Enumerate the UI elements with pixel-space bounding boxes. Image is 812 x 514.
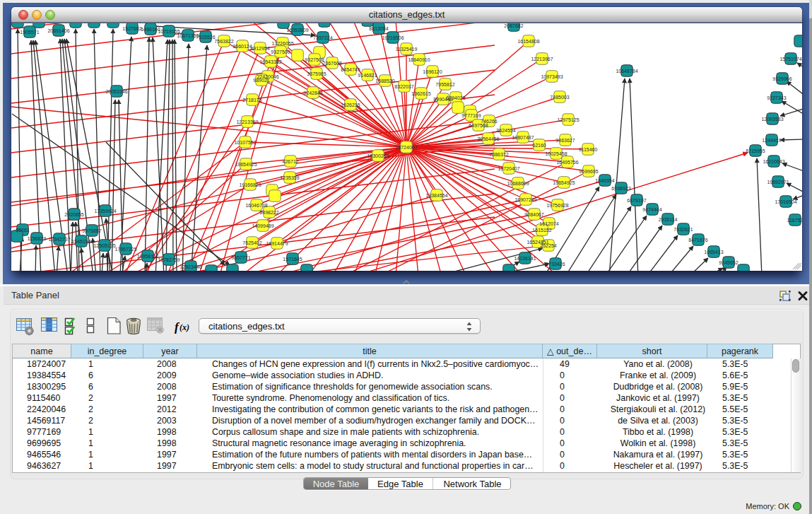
svg-text:6794028: 6794028 — [446, 95, 465, 100]
svg-text:6879197: 6879197 — [627, 198, 646, 203]
svg-text:7563822: 7563822 — [214, 39, 233, 44]
svg-text:426712: 426712 — [282, 159, 298, 164]
svg-text:12093583: 12093583 — [761, 117, 783, 122]
svg-text:15751074: 15751074 — [779, 57, 801, 62]
svg-text:16210643: 16210643 — [763, 159, 784, 164]
svg-text:5498222: 5498222 — [259, 210, 278, 215]
svg-text:10807487: 10807487 — [512, 135, 534, 140]
svg-text:1244419: 1244419 — [762, 138, 781, 143]
svg-text:19384554: 19384554 — [425, 193, 447, 198]
svg-text:12213369: 12213369 — [236, 119, 258, 124]
svg-text:62160: 62160 — [532, 143, 546, 148]
svg-text:18640910: 18640910 — [408, 57, 430, 62]
svg-text:16046738: 16046738 — [245, 203, 267, 208]
svg-text:3375985: 3375985 — [307, 71, 326, 76]
svg-text:19218506: 19218506 — [382, 35, 404, 40]
svg-text:16053809: 16053809 — [286, 28, 308, 33]
svg-text:7386372: 7386372 — [489, 152, 508, 157]
svg-text:1615152: 1615152 — [532, 228, 551, 233]
svg-text:7515526: 7515526 — [196, 35, 215, 40]
svg-text:9245652: 9245652 — [719, 260, 738, 265]
svg-text:9329966: 9329966 — [772, 76, 792, 81]
svg-text:1733426: 1733426 — [546, 262, 565, 267]
svg-text:10025458: 10025458 — [545, 151, 567, 156]
svg-text:2718176: 2718176 — [242, 98, 261, 103]
svg-text:8813054: 8813054 — [369, 26, 388, 31]
svg-text:13226055: 13226055 — [271, 41, 293, 46]
svg-text:15720407: 15720407 — [498, 166, 519, 171]
svg-text:20564456: 20564456 — [477, 136, 499, 141]
svg-text:1571645: 1571645 — [283, 257, 302, 262]
svg-text:16495756: 16495756 — [556, 160, 578, 165]
svg-text:9699695: 9699695 — [579, 169, 598, 174]
svg-text:9115460: 9115460 — [579, 147, 598, 152]
svg-text:1235359: 1235359 — [280, 175, 299, 180]
svg-text:7485003: 7485003 — [550, 95, 569, 100]
svg-text:8912954: 8912954 — [250, 46, 269, 51]
svg-text:1362615: 1362615 — [411, 91, 430, 96]
svg-text:12975125: 12975125 — [557, 117, 579, 122]
svg-text:9474444: 9474444 — [642, 207, 661, 212]
svg-text:8454749: 8454749 — [341, 67, 360, 72]
svg-text:16543382: 16543382 — [259, 59, 281, 64]
svg-text:18724007: 18724007 — [395, 145, 417, 150]
svg-text:10973493: 10973493 — [541, 74, 563, 79]
svg-text:3624554: 3624554 — [496, 128, 515, 133]
svg-text:19756928: 19756928 — [546, 203, 568, 208]
svg-text:10688609: 10688609 — [507, 181, 529, 186]
svg-text:9463627: 9463627 — [555, 138, 575, 143]
svg-text:10648784: 10648784 — [616, 69, 637, 74]
svg-text:7625402: 7625402 — [242, 240, 261, 245]
svg-text:18300295: 18300295 — [367, 153, 389, 158]
svg-text:7632621: 7632621 — [673, 227, 693, 232]
svg-text:116753: 116753 — [787, 218, 802, 223]
svg-text:1065413: 1065413 — [704, 250, 723, 255]
svg-text:9327500: 9327500 — [271, 49, 290, 54]
svg-text:2087682: 2087682 — [504, 23, 523, 28]
svg-text:16907249: 16907249 — [514, 197, 536, 202]
svg-text:19654925: 19654925 — [235, 162, 257, 167]
svg-text:7955812: 7955812 — [435, 82, 454, 87]
svg-text:8322037: 8322037 — [394, 84, 413, 89]
svg-text:252254: 252254 — [540, 243, 556, 248]
svg-text:17016504: 17016504 — [775, 199, 796, 204]
svg-text:6497568: 6497568 — [469, 123, 488, 128]
svg-text:19692971: 19692971 — [767, 180, 789, 185]
svg-text:19654925: 19654925 — [553, 180, 575, 185]
svg-text:1612074: 1612074 — [539, 221, 558, 226]
svg-text:1626215: 1626215 — [341, 103, 360, 107]
svg-text:12213967: 12213967 — [531, 57, 553, 62]
svg-text:9660124: 9660124 — [233, 44, 252, 49]
svg-text:1696120: 1696120 — [423, 69, 442, 74]
svg-text:9146821: 9146821 — [358, 73, 377, 78]
svg-text:8471676: 8471676 — [688, 238, 707, 243]
svg-text:6938923: 6938923 — [611, 186, 630, 191]
svg-text:9777169: 9777169 — [461, 113, 481, 118]
svg-text:989021: 989021 — [253, 78, 269, 83]
svg-text:9857771: 9857771 — [231, 255, 250, 260]
svg-text:9327508: 9327508 — [305, 57, 324, 62]
svg-text:7357224: 7357224 — [313, 35, 332, 40]
svg-text:9227343: 9227343 — [767, 95, 786, 100]
svg-text:16154808: 16154808 — [517, 39, 539, 44]
svg-text:9242848: 9242848 — [303, 90, 322, 95]
svg-text:2367608: 2367608 — [322, 61, 341, 66]
svg-text:10107552: 10107552 — [234, 140, 256, 145]
svg-text:(x): (x) — [180, 322, 189, 332]
svg-text:2935114: 2935114 — [659, 217, 678, 222]
svg-text:1588520: 1588520 — [375, 78, 394, 83]
svg-text:14099489: 14099489 — [252, 223, 273, 228]
svg-text:14136141: 14136141 — [514, 256, 536, 261]
svg-text:19166829: 19166829 — [239, 182, 261, 187]
svg-text:8215955: 8215955 — [746, 148, 765, 153]
svg-text:16914479: 16914479 — [266, 241, 288, 246]
svg-text:9084067: 9084067 — [524, 212, 543, 217]
svg-text:11325419: 11325419 — [396, 47, 418, 52]
svg-text:1640954: 1640954 — [595, 178, 614, 183]
